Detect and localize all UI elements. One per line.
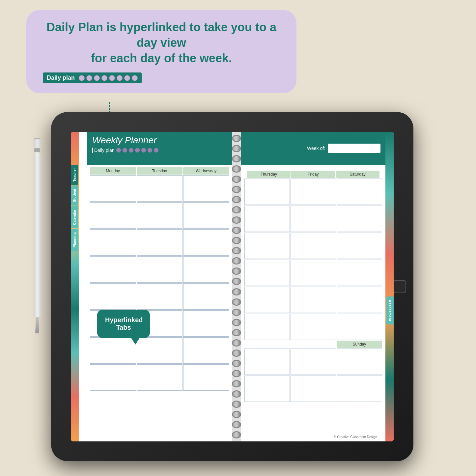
tab-calendar[interactable]: Calendar [71,206,78,228]
tab-teacher[interactable]: Teacher [71,165,78,185]
annotation-line1: Daily Plan is hyperlinked to take you to… [46,20,276,49]
page-container: Daily Plan is hyperlinked to take you to… [0,0,476,476]
coil-14 [232,267,241,275]
right-grid-body-top [244,179,382,340]
cell-r4-c3[interactable] [183,256,229,283]
cell-r4-c2[interactable] [137,256,183,283]
rcell-r6-c3[interactable] [337,314,382,340]
rcell-r7-c1[interactable] [244,349,290,375]
cell-r7-c1[interactable] [90,337,136,364]
col-friday: Friday [291,171,335,178]
tab-planning[interactable]: Planning [71,229,78,251]
rcell-r5-c2[interactable] [291,287,336,313]
coil-10 [232,227,241,234]
week-of-input[interactable] [328,144,380,153]
apple-pencil [33,138,42,329]
right-grid-area: Thursday Friday Saturday [241,165,386,405]
rcell-r7-c3[interactable] [337,349,382,375]
cell-r2-c3[interactable] [183,202,229,229]
cell-r5-c2[interactable] [137,283,183,310]
annotation-line2: for each day of the week. [91,51,232,65]
cell-r5-c1[interactable] [90,283,136,310]
rcell-r5-c3[interactable] [337,287,382,313]
rcell-r7-c2[interactable] [291,349,336,375]
pencil-connector [34,148,40,152]
cell-r2-c2[interactable] [137,202,183,229]
cell-r1-c3[interactable] [183,175,229,202]
planner-dot-7 [154,148,158,153]
cell-r3-c3[interactable] [183,229,229,256]
coil-22 [232,350,241,357]
daily-plan-label-planner: Daily plan [92,148,114,153]
rcell-r2-c1[interactable] [244,206,290,232]
annotation-text: Daily Plan is hyperlinked to take you to… [40,20,283,66]
rcell-r6-c2[interactable] [291,314,336,340]
speech-line1: Hyperlinked [105,316,143,323]
rcell-r1-c1[interactable] [244,179,290,205]
cell-r8-c3[interactable] [183,364,229,391]
rcell-r3-c3[interactable] [337,233,382,259]
coil-24 [232,370,241,377]
right-sidebar-strip [385,132,394,441]
rcell-r5-c1[interactable] [244,287,290,313]
right-grid-body-bottom [244,349,382,402]
cell-r1-c2[interactable] [137,175,183,202]
rcell-r1-c2[interactable] [291,179,336,205]
cell-r3-c1[interactable] [90,229,136,256]
daily-plan-strip[interactable]: Daily plan [43,72,142,83]
cell-r4-c1[interactable] [90,256,136,283]
planner-dot-3 [129,148,133,153]
rcell-r2-c2[interactable] [291,206,336,232]
rcell-r4-c3[interactable] [337,260,382,286]
planner-title: Weekly Planner [92,135,227,146]
daily-plan-strip-container: Daily plan [40,72,283,83]
cell-r7-c3[interactable] [183,337,229,364]
cell-r8-c2[interactable] [137,364,183,391]
rcell-r8-c2[interactable] [291,376,336,402]
cell-r2-c1[interactable] [90,202,136,229]
circle-dot-7 [124,75,130,81]
left-grid-header: Monday Tuesday Wednesday [90,167,229,175]
cell-r5-c3[interactable] [183,283,229,310]
tab-assessment[interactable]: Assessment [386,296,394,324]
circle-dot-2 [86,75,92,81]
rcell-r3-c1[interactable] [244,233,290,259]
rcell-r8-c1[interactable] [244,376,290,402]
cell-r8-c1[interactable] [90,364,136,391]
rcell-r8-c3[interactable] [337,376,382,402]
coil-12 [232,247,241,254]
rcell-r6-c1[interactable] [244,314,290,340]
coil-15 [232,278,241,285]
coil-13 [232,257,241,265]
right-tabs-container: Assessment [386,296,394,324]
pencil-body [34,152,41,317]
planner-dot-6 [148,148,152,153]
cell-r7-c2[interactable] [137,337,183,364]
rcell-r4-c2[interactable] [291,260,336,286]
circle-dot-8 [132,75,138,81]
coil-28 [232,411,241,418]
col-tuesday: Tuesday [137,167,183,175]
rcell-r1-c3[interactable] [337,179,382,205]
circle-dot-1 [79,75,85,81]
tablet-screen: Stickers Inserts Teacher Student Calenda… [71,132,394,441]
rcell-r3-c2[interactable] [291,233,336,259]
left-tabs-container: Teacher Student Calendar Planning [71,165,78,251]
coil-23 [232,360,241,367]
coil-8 [232,206,241,213]
cell-r3-c2[interactable] [137,229,183,256]
circle-dots [79,75,138,81]
cell-r1-c1[interactable] [90,175,136,202]
rcell-r2-c3[interactable] [337,206,382,232]
planner-circle-dots [116,148,158,153]
cell-r6-c3[interactable] [183,310,229,337]
circle-dot-3 [94,75,100,81]
tab-student[interactable]: Student [71,185,78,206]
tablet-home-button[interactable] [393,280,406,293]
planner-header-right: Week of: [241,132,386,165]
left-grid-area: Monday Tuesday Wednesday [87,165,232,391]
left-page: Weekly Planner Daily plan [87,132,232,441]
coil-27 [232,401,241,408]
rcell-r4-c1[interactable] [244,260,290,286]
daily-plan-label: Daily plan [47,74,75,81]
